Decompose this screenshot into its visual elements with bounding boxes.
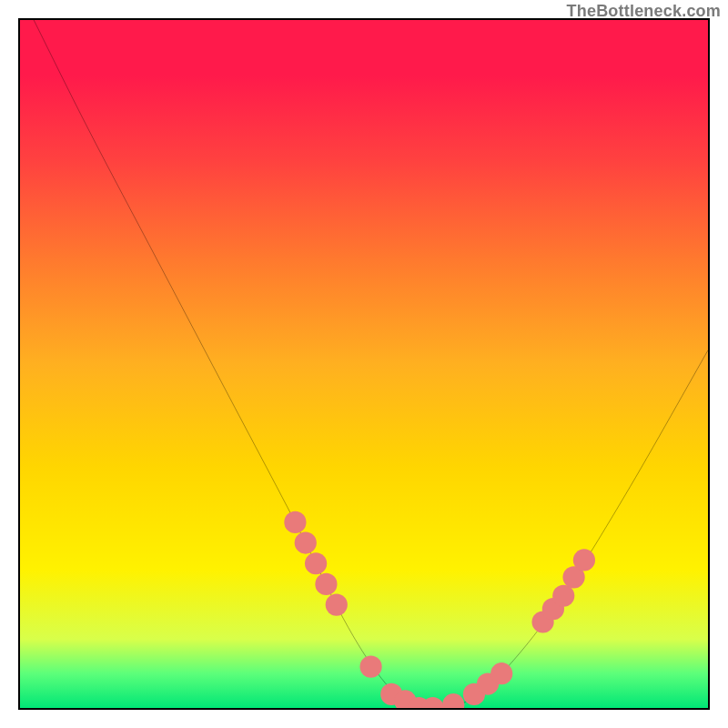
- chart-svg: [20, 20, 708, 708]
- marker-dot: [442, 693, 464, 708]
- marker-dot: [422, 697, 444, 708]
- marker-dot: [359, 656, 381, 678]
- marker-dot: [552, 585, 574, 607]
- marker-dot: [573, 549, 595, 571]
- highlight-markers: [284, 511, 595, 708]
- marker-dot: [490, 662, 512, 684]
- marker-dot: [315, 573, 337, 595]
- marker-dot: [295, 531, 317, 553]
- chart-frame: [18, 18, 710, 710]
- bottleneck-curve: [34, 20, 708, 708]
- marker-dot: [305, 552, 327, 574]
- marker-dot: [284, 511, 306, 533]
- marker-dot: [326, 594, 348, 616]
